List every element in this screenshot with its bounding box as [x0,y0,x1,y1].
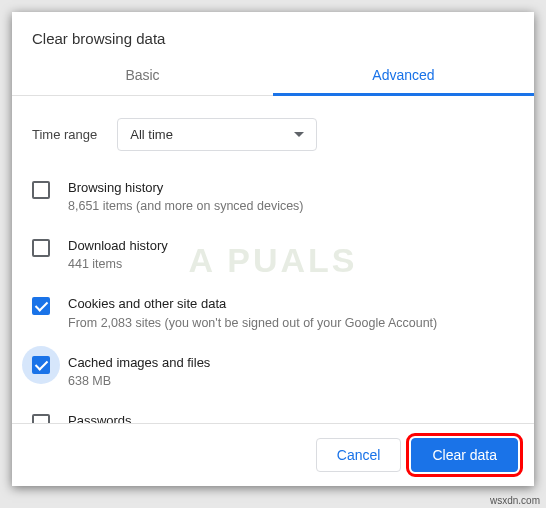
option-title: Passwords [68,412,518,423]
time-range-row: Time range All time [32,106,518,169]
option-passwords: Passwords 166 passwords (synced) [32,402,518,423]
time-range-value: All time [130,127,173,142]
clear-browsing-data-dialog: Clear browsing data Basic Advanced A PUA… [12,12,534,486]
checkbox-cookies[interactable] [32,297,50,315]
option-title: Cached images and files [68,354,518,372]
source-note: wsxdn.com [490,495,540,506]
option-title: Download history [68,237,518,255]
option-sub: 8,651 items (and more on synced devices) [68,199,518,213]
cancel-button[interactable]: Cancel [316,438,402,472]
option-download-history: Download history 441 items [32,227,518,285]
option-title: Cookies and other site data [68,295,518,313]
dialog-actions: Cancel Clear data [12,423,534,486]
dialog-title: Clear browsing data [12,12,534,57]
clear-data-button[interactable]: Clear data [411,438,518,472]
tabs: Basic Advanced [12,57,534,96]
checkbox-browsing-history[interactable] [32,181,50,199]
option-sub: 441 items [68,257,518,271]
option-browsing-history: Browsing history 8,651 items (and more o… [32,169,518,227]
tab-basic[interactable]: Basic [12,57,273,95]
checkbox-cached-images[interactable] [32,356,50,374]
time-range-select[interactable]: All time [117,118,317,151]
chevron-down-icon [294,132,304,137]
checkbox-passwords[interactable] [32,414,50,423]
checkbox-download-history[interactable] [32,239,50,257]
tab-advanced[interactable]: Advanced [273,57,534,95]
option-sub: 638 MB [68,374,518,388]
option-sub: From 2,083 sites (you won't be signed ou… [68,316,518,330]
option-cached-images: Cached images and files 638 MB [32,344,518,402]
time-range-label: Time range [32,127,97,142]
option-title: Browsing history [68,179,518,197]
options-list: Browsing history 8,651 items (and more o… [32,169,518,423]
option-cookies: Cookies and other site data From 2,083 s… [32,285,518,343]
dialog-body[interactable]: A PUALS Time range All time Browsing his… [12,96,534,423]
